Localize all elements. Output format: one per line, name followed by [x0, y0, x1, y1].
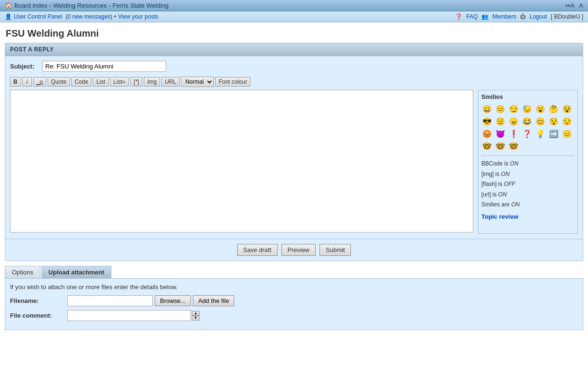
user-icon: 👤 — [5, 13, 12, 20]
file-comment-input[interactable] — [67, 310, 191, 321]
flash-status: [flash] is OFF — [481, 179, 575, 190]
smiley-6[interactable]: 🤔 — [548, 103, 559, 115]
smilies-title: Smilies — [481, 93, 575, 100]
board-icon: 🏠 — [5, 2, 12, 9]
board-index-link[interactable]: Board index — [14, 2, 47, 9]
smiley-7[interactable]: 😵 — [561, 103, 573, 115]
code-button[interactable]: Code — [71, 77, 92, 87]
smiley-17[interactable]: ❗ — [508, 128, 519, 139]
view-posts-link[interactable]: View your posts — [118, 13, 159, 20]
sep2: ‹ — [109, 2, 110, 9]
textarea-wrapper — [10, 90, 473, 234]
smiley-18[interactable]: ❓ — [521, 128, 533, 139]
logout-icon: ⏻ — [520, 13, 526, 20]
smiley-24[interactable]: 🤓 — [508, 140, 519, 152]
new-messages-link[interactable]: 0 new messages — [68, 13, 110, 20]
smilies-grid: 😀 😐 😏 😓 😮 🤔 😵 😎 😟 😠 😂 😊 😯 😒 — [481, 103, 575, 152]
sep1: ‹ — [49, 2, 51, 9]
action-buttons-row: Save draft Preview Submit — [5, 239, 583, 261]
smilies-panel: Smilies 😀 😐 😏 😓 😮 🤔 😵 😎 😟 😠 😂 😊 — [478, 90, 578, 234]
smilies-status: Smilies are ON — [481, 200, 575, 210]
file-comment-label: File comment: — [10, 312, 67, 319]
post-reply-header: POST A REPLY — [5, 43, 583, 56]
top-bar-right: ⇔A A — [565, 2, 583, 9]
resize-icon: ⇔A — [565, 2, 575, 9]
list-button[interactable]: List — [93, 77, 109, 87]
smiley-19[interactable]: 💡 — [535, 128, 546, 139]
separator: • — [114, 13, 116, 20]
smiley-8[interactable]: 😎 — [481, 116, 493, 127]
spinner-wrapper: ▲ ▼ — [192, 311, 199, 321]
user-bar-right: ❓ FAQ 👥 Members ⏻ Logout [ BDoubleU ] — [455, 13, 583, 20]
font-colour-button[interactable]: Font colour — [215, 77, 250, 87]
save-draft-button[interactable]: Save draft — [237, 244, 278, 256]
spinner-up-button[interactable]: ▲ — [192, 311, 199, 316]
smiley-11[interactable]: 😂 — [521, 116, 533, 127]
underline-button[interactable]: _u — [33, 77, 46, 87]
faq-link[interactable]: FAQ — [466, 13, 478, 20]
tabs-row: Options Upload attachment — [5, 266, 583, 278]
bold-button[interactable]: B — [10, 77, 21, 87]
members-icon: 👥 — [481, 13, 488, 20]
ferris-state-welding-link[interactable]: Ferris State Welding — [113, 2, 169, 9]
smiley-20[interactable]: ➡️ — [548, 128, 559, 139]
page-title: FSU Welding Alumni — [0, 22, 588, 43]
new-messages-wrap: (0 new messages) — [64, 13, 112, 20]
filename-input[interactable] — [67, 295, 153, 306]
subject-row: Subject: — [10, 61, 578, 72]
username-label: [ BDoubleU ] — [551, 13, 583, 20]
faq-icon: ❓ — [455, 13, 462, 20]
list-ordered-button[interactable]: List= — [110, 77, 129, 87]
smiley-14[interactable]: 😒 — [561, 116, 573, 127]
post-reply-body: Subject: B i _u Quote Code List List= [*… — [5, 56, 583, 239]
filename-label: Filename: — [10, 297, 67, 304]
smiley-15[interactable]: 😡 — [481, 128, 493, 139]
user-control-panel-link[interactable]: User Control Panel — [14, 13, 62, 20]
submit-button[interactable]: Submit — [319, 244, 351, 256]
smiley-1[interactable]: 😀 — [481, 103, 493, 115]
members-link[interactable]: Members — [492, 13, 516, 20]
bbcode-info: BBCode is ON [img] is ON [flash] is OFF … — [481, 156, 575, 210]
smiley-9[interactable]: 😟 — [495, 116, 506, 127]
editor-container: Smilies 😀 😐 😏 😓 😮 🤔 😵 😎 😟 😠 😂 😊 — [10, 90, 578, 234]
filename-row: Filename: Browse... Add the file — [10, 295, 578, 306]
smiley-16[interactable]: 😈 — [495, 128, 506, 139]
subject-input[interactable] — [42, 61, 166, 72]
attachment-panel: If you wish to attach one or more files … — [5, 278, 583, 330]
add-file-button[interactable]: Add the file — [193, 295, 234, 306]
smiley-21[interactable]: 😑 — [561, 128, 573, 139]
img-status: [img] is ON — [481, 169, 575, 180]
post-textarea[interactable] — [10, 90, 473, 233]
list-item-button[interactable]: [*] — [130, 77, 142, 87]
italic-button[interactable]: i — [22, 77, 32, 87]
smiley-10[interactable]: 😠 — [508, 116, 519, 127]
smiley-23[interactable]: 🤓 — [495, 140, 506, 152]
quote-button[interactable]: Quote — [48, 77, 70, 87]
smiley-4[interactable]: 😓 — [521, 103, 533, 115]
smiley-2[interactable]: 😐 — [495, 103, 506, 115]
browse-button[interactable]: Browse... — [155, 295, 191, 306]
breadcrumb: 🏠 Board index ‹ Welding Resources ‹ Ferr… — [5, 2, 169, 9]
logout-link[interactable]: Logout — [529, 13, 547, 20]
smiley-22[interactable]: 🤓 — [481, 140, 493, 152]
tab-options[interactable]: Options — [5, 266, 40, 278]
tab-upload-attachment[interactable]: Upload attachment — [41, 266, 111, 278]
url-button[interactable]: URL — [161, 77, 179, 87]
welding-resources-link[interactable]: Welding Resources — [53, 2, 107, 9]
attachment-desc: If you wish to attach one or more files … — [10, 283, 578, 291]
img-button[interactable]: Img — [144, 77, 160, 87]
topic-review-link[interactable]: Topic review — [481, 213, 518, 220]
smiley-3[interactable]: 😏 — [508, 103, 519, 115]
smiley-12[interactable]: 😊 — [535, 116, 546, 127]
smiley-13[interactable]: 😯 — [548, 116, 559, 127]
smiley-5[interactable]: 😮 — [535, 103, 546, 115]
preview-button[interactable]: Preview — [281, 244, 316, 256]
size-select[interactable]: Normal Tiny Small Normal Large Huge — [181, 77, 214, 87]
bbcode-status: BBCode is ON — [481, 159, 575, 169]
post-reply-section: POST A REPLY Subject: B i _u Quote Code … — [5, 43, 583, 261]
subject-label: Subject: — [10, 63, 39, 70]
user-bar-left: 👤 User Control Panel (0 new messages) • … — [5, 13, 159, 20]
spinner-down-button[interactable]: ▼ — [192, 316, 199, 321]
user-bar: 👤 User Control Panel (0 new messages) • … — [0, 11, 588, 22]
font-size-icon: A — [579, 2, 583, 9]
